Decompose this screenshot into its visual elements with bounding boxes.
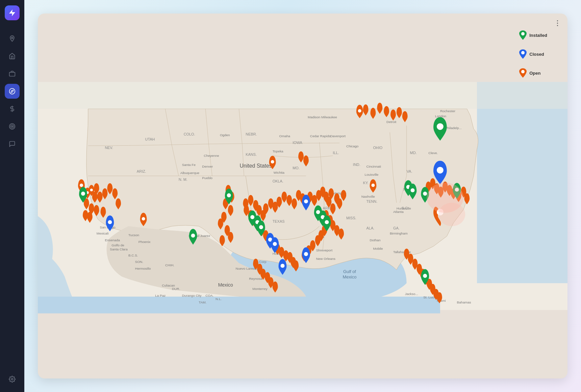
svg-text:Nashville: Nashville <box>361 195 375 198</box>
svg-point-112 <box>358 109 361 113</box>
svg-point-110 <box>271 160 274 164</box>
svg-text:NEBR.: NEBR. <box>246 132 257 136</box>
svg-text:CHIH.: CHIH. <box>165 263 174 267</box>
compass-icon <box>9 88 16 95</box>
svg-text:Denver: Denver <box>202 165 213 168</box>
main-content: ⋮ <box>24 0 581 392</box>
svg-text:New Orleans: New Orleans <box>316 257 335 261</box>
svg-text:Mobile: Mobile <box>373 247 383 250</box>
svg-point-113 <box>108 220 112 224</box>
svg-text:DUR.: DUR. <box>172 287 180 291</box>
svg-text:Hermosillo: Hermosillo <box>135 267 151 270</box>
svg-text:Phoenix: Phoenix <box>138 240 151 244</box>
legend-closed: Closed <box>519 49 547 59</box>
svg-marker-3 <box>11 90 13 92</box>
sidebar-item-briefcase[interactable] <box>5 66 20 81</box>
svg-rect-16 <box>38 297 440 314</box>
svg-text:Corp: Corp <box>259 260 267 264</box>
legend-installed-label: Installed <box>529 33 547 38</box>
svg-point-131 <box>423 192 427 196</box>
svg-text:N.L.: N.L. <box>216 297 222 301</box>
svg-text:Ogden: Ogden <box>220 133 230 137</box>
svg-text:Cheyenne: Cheyenne <box>204 154 219 157</box>
svg-text:Louisville: Louisville <box>365 173 379 176</box>
installed-pin-icon <box>519 30 527 40</box>
svg-point-108 <box>90 189 93 191</box>
svg-text:Mexicali: Mexicali <box>97 231 109 235</box>
map-legend: Installed Closed Open <box>519 30 547 78</box>
svg-text:Bahamas: Bahamas <box>457 300 471 304</box>
svg-text:La Paz: La Paz <box>155 294 166 297</box>
svg-text:Mexico: Mexico <box>343 274 357 279</box>
svg-point-130 <box>411 188 415 192</box>
svg-text:COA.: COA. <box>205 294 213 297</box>
svg-text:Reynosa: Reynosa <box>249 277 262 280</box>
svg-text:ARK.: ARK. <box>323 206 331 210</box>
svg-point-117 <box>304 199 308 203</box>
sidebar-item-messages[interactable] <box>5 137 20 151</box>
legend-open-label: Open <box>529 71 540 76</box>
svg-text:Santa Clara: Santa Clara <box>110 247 128 251</box>
svg-point-125 <box>259 225 263 229</box>
svg-point-122 <box>227 193 231 197</box>
map-svg: United States Mexico Gulf of Mexico NEV.… <box>38 14 567 378</box>
svg-text:Cincinnati: Cincinnati <box>367 165 381 168</box>
svg-text:OHIO: OHIO <box>373 146 382 150</box>
svg-text:Omaha: Omaha <box>279 134 290 138</box>
map-container[interactable]: ⋮ <box>38 14 567 378</box>
sidebar-item-settings[interactable] <box>5 372 20 387</box>
legend-closed-label: Closed <box>529 52 544 57</box>
svg-point-140 <box>521 51 525 54</box>
svg-text:IND.: IND. <box>353 163 360 167</box>
svg-text:Wichita: Wichita <box>274 171 285 174</box>
sidebar-item-finance[interactable] <box>5 101 20 116</box>
sidebar-item-map[interactable] <box>5 84 20 99</box>
legend-installed: Installed <box>519 30 547 40</box>
logo-icon <box>8 9 16 17</box>
svg-point-138 <box>438 203 465 226</box>
svg-text:United States: United States <box>239 163 272 169</box>
svg-point-6 <box>10 125 14 128</box>
sidebar <box>0 0 24 392</box>
svg-text:Golfo de: Golfo de <box>111 243 124 247</box>
svg-text:Durango City: Durango City <box>182 294 202 297</box>
app-logo[interactable] <box>5 5 20 20</box>
svg-text:B.C.S.: B.C.S. <box>128 253 138 257</box>
svg-text:Rochester: Rochester <box>440 109 456 113</box>
svg-text:N. M.: N. M. <box>179 177 187 181</box>
sidebar-item-targets[interactable] <box>5 119 20 134</box>
target-icon <box>9 123 16 130</box>
svg-text:TENN.: TENN. <box>367 199 378 203</box>
svg-rect-17 <box>38 82 567 109</box>
svg-text:TEXAS: TEXAS <box>273 219 285 223</box>
sidebar-item-location[interactable] <box>5 31 20 46</box>
svg-point-109 <box>142 217 145 221</box>
svg-point-8 <box>11 378 13 380</box>
svg-text:Birmingham: Birmingham <box>390 231 408 235</box>
briefcase-icon <box>9 70 16 77</box>
settings-icon <box>9 376 16 383</box>
location-icon <box>9 35 16 42</box>
sidebar-item-home[interactable] <box>5 49 20 64</box>
svg-point-134 <box>437 123 444 130</box>
svg-text:Chicago: Chicago <box>346 144 359 148</box>
svg-text:Culiacan: Culiacan <box>162 284 175 287</box>
open-pin-icon <box>519 68 527 78</box>
svg-point-135 <box>437 167 444 174</box>
svg-point-2 <box>9 89 15 94</box>
svg-text:Shreveport: Shreveport <box>316 248 333 252</box>
svg-text:Mexico: Mexico <box>218 282 233 288</box>
svg-text:UTAH: UTAH <box>145 137 155 141</box>
svg-text:Albuquerque: Albuquerque <box>180 171 200 175</box>
chat-icon <box>9 141 16 147</box>
svg-text:IOWA: IOWA <box>293 141 302 145</box>
svg-text:SON.: SON. <box>135 260 143 264</box>
svg-text:Detroit: Detroit <box>386 120 396 124</box>
svg-text:Huntsville: Huntsville <box>397 206 411 210</box>
svg-point-121 <box>191 234 195 238</box>
svg-point-0 <box>11 37 13 39</box>
svg-text:ALA.: ALA. <box>367 226 375 230</box>
svg-text:Jackso...: Jackso... <box>405 292 418 296</box>
home-icon <box>9 53 16 59</box>
svg-point-120 <box>81 192 85 196</box>
